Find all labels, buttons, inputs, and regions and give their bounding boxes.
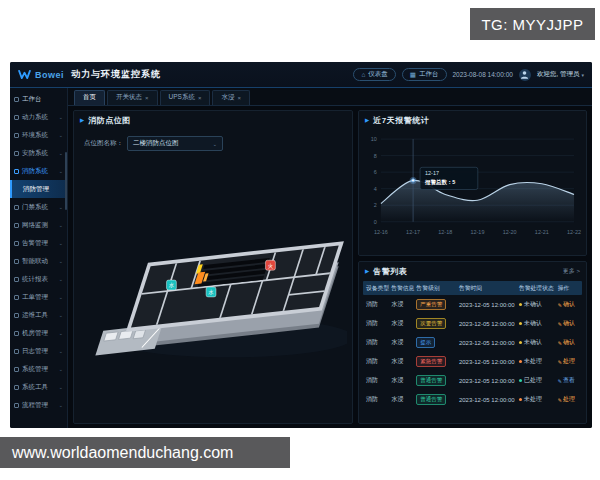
sidebar-scrollbar[interactable]: [65, 152, 67, 210]
row-action-link[interactable]: ✎ 处理: [558, 357, 579, 366]
menu-icon: [14, 349, 19, 354]
sidebar-item[interactable]: 智能联动 ⌄: [10, 252, 67, 270]
user-menu[interactable]: 欢迎您, 管理员 ▾: [537, 70, 584, 79]
monitoring-dashboard: Bowei 动力与环境监控系统 ⌂ 仪表盘 ▦ 工作台 2023-08-08 1…: [10, 62, 592, 428]
menu-icon: [14, 97, 19, 102]
chevron-down-icon: ⌄: [59, 258, 63, 264]
chevron-down-icon: ⌄: [59, 366, 63, 372]
alarm-level-badge: 普通告警: [416, 394, 446, 405]
menu-icon: [14, 115, 19, 120]
sidebar-item[interactable]: 环境系统 ⌄: [10, 126, 67, 144]
column-header: 告警级别: [416, 284, 459, 293]
water-sensor-marker[interactable]: 水: [206, 287, 216, 297]
svg-text:6: 6: [374, 169, 377, 175]
row-action-link[interactable]: ✎ 确认: [558, 319, 579, 328]
row-action-link[interactable]: ✎ 确认: [558, 338, 579, 347]
menu-icon: [14, 403, 19, 408]
sidebar-item[interactable]: 动力系统 ⌄: [10, 108, 67, 126]
sidebar-item[interactable]: 消防管理: [10, 180, 67, 198]
menu-icon: [14, 277, 19, 282]
chevron-down-icon: ⌄: [59, 150, 63, 156]
website-watermark: www.worldaomenduchang.com: [0, 437, 290, 468]
caret-icon: ▶: [365, 117, 369, 123]
svg-text:12-16: 12-16: [374, 229, 388, 235]
caret-icon: ▶: [80, 117, 84, 123]
menu-icon: [14, 151, 19, 156]
edit-icon: ✎: [558, 359, 562, 365]
home-icon: ⌂: [361, 71, 365, 78]
tab[interactable]: 开关状态 ×: [107, 90, 158, 105]
menu-icon: [14, 385, 19, 390]
sidebar-item[interactable]: 工作台: [10, 90, 67, 108]
chevron-down-icon: ⌄: [59, 348, 63, 354]
dashboard-nav-button[interactable]: ⌂ 仪表盘: [353, 68, 395, 81]
sidebar-item[interactable]: 网络监测 ⌄: [10, 216, 67, 234]
menu-icon: [14, 241, 19, 246]
sidebar-item[interactable]: 流程管理 ⌄: [10, 396, 67, 414]
chevron-down-icon: ⌄: [59, 114, 63, 120]
chevron-down-icon: ⌄: [59, 240, 63, 246]
sidebar-item[interactable]: 机房管理 ⌄: [10, 324, 67, 342]
menu-icon: [14, 313, 19, 318]
workbench-icon: ▦: [410, 71, 416, 79]
table-row: 消防 水浸 普通告警 2023-12-05 12:00:00 未处理 ✎ 处理: [363, 390, 582, 409]
person-icon: [520, 70, 529, 79]
chevron-down-icon: ⌄: [213, 141, 217, 147]
status-badge: 未确认: [519, 338, 558, 347]
close-icon[interactable]: ×: [237, 95, 241, 101]
status-badge: 已处理: [519, 376, 558, 385]
row-action-link[interactable]: ✎ 确认: [558, 300, 579, 309]
water-sensor-marker[interactable]: 水: [166, 280, 176, 290]
alarm-level-badge: 次要告警: [416, 318, 446, 329]
sidebar-item[interactable]: 门禁系统 ⌄: [10, 198, 67, 216]
tab[interactable]: 首页: [74, 90, 105, 105]
menu-icon: [14, 367, 19, 372]
sidebar-item[interactable]: 工单管理 ⌄: [10, 288, 67, 306]
sidebar-item[interactable]: 告警管理 ⌄: [10, 234, 67, 252]
fire-alarm-marker[interactable]: 火: [265, 260, 275, 270]
status-badge: 未处理: [519, 395, 558, 404]
alarm-list-title: 告警列表: [373, 266, 407, 277]
workbench-nav-button[interactable]: ▦ 工作台: [402, 68, 447, 81]
svg-text:2: 2: [374, 202, 377, 208]
status-dot-icon: [519, 322, 522, 325]
chevron-down-icon: ⌄: [59, 294, 63, 300]
logo-text: Bowei: [35, 70, 64, 80]
sidebar-item[interactable]: 安防系统 ⌄: [10, 144, 67, 162]
sidebar: 工作台 动力系统 ⌄ 环境系统 ⌄ 安防系统 ⌄ 消防系统 ⌄ 消防管理 门禁系…: [10, 88, 68, 428]
edit-icon: ✎: [558, 321, 562, 327]
tab[interactable]: 水浸 ×: [212, 90, 250, 105]
alarm-level-badge: 提示: [416, 337, 435, 348]
table-row: 消防 水浸 严重告警 2023-12-05 12:00:00 未确认 ✎ 确认: [363, 295, 582, 314]
row-action-link[interactable]: ✎ 查看: [558, 376, 579, 385]
chart-generated: 024681012-1612-1712-1812-1912-2012-2112-…: [371, 136, 581, 235]
user-avatar[interactable]: [519, 69, 531, 81]
svg-text:4: 4: [374, 186, 377, 192]
alarm-level-badge: 普通告警: [416, 375, 446, 386]
more-link[interactable]: 更多 >: [563, 267, 580, 276]
edit-icon: ✎: [558, 302, 562, 308]
close-icon[interactable]: ×: [198, 95, 202, 101]
alarm-stats-title: 近7天报警统计: [373, 115, 429, 126]
pointmap-select[interactable]: 二楼消防点位图 ⌄: [127, 136, 223, 151]
alarm-chart[interactable]: 024681012-1612-1712-1812-1912-2012-2112-…: [361, 129, 582, 252]
close-icon[interactable]: ×: [145, 95, 149, 101]
header-right: ⌂ 仪表盘 ▦ 工作台 2023-08-08 14:00:00 欢迎您, 管理员…: [353, 68, 584, 81]
sidebar-item[interactable]: 运维工具 ⌄: [10, 306, 67, 324]
svg-text:12-17: 12-17: [425, 170, 439, 176]
svg-text:12-21: 12-21: [535, 229, 549, 235]
table-row: 消防 水浸 次要告警 2023-12-05 12:00:00 未确认 ✎ 确认: [363, 314, 582, 333]
floor-plan-3d[interactable]: 水 水 火: [79, 189, 347, 385]
sidebar-item[interactable]: 统计报表 ⌄: [10, 270, 67, 288]
chevron-down-icon: ⌄: [59, 384, 63, 390]
menu-icon: [14, 259, 19, 264]
tab[interactable]: UPS系统 ×: [160, 90, 211, 105]
sidebar-item[interactable]: 日志管理 ⌄: [10, 342, 67, 360]
sidebar-item[interactable]: 系统工具 ⌄: [10, 378, 67, 396]
column-header: 告警时间: [459, 284, 519, 293]
column-header: 告警处理状态: [519, 284, 558, 293]
sidebar-item[interactable]: 系统管理 ⌄: [10, 360, 67, 378]
sidebar-item[interactable]: 消防系统 ⌄: [10, 162, 67, 180]
row-action-link[interactable]: ✎ 处理: [558, 395, 579, 404]
svg-text:水: 水: [208, 289, 214, 295]
